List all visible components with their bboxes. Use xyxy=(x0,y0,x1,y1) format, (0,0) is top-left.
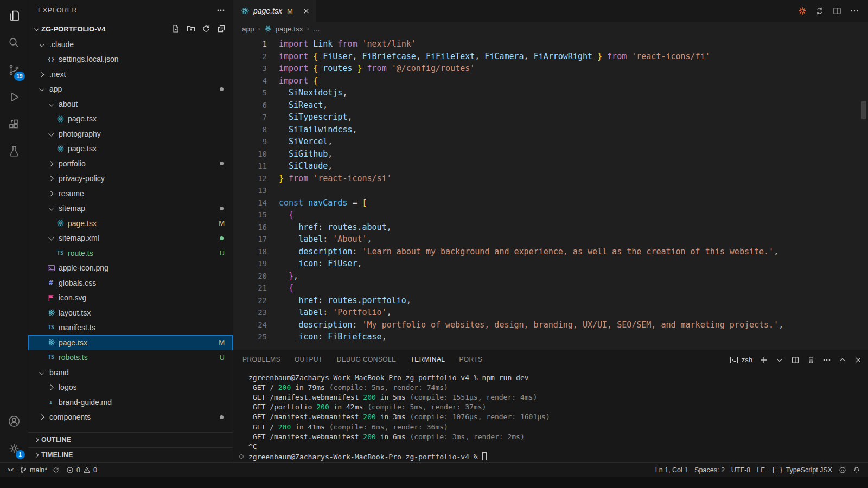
tree-folder-privacy-policy[interactable]: privacy-policy xyxy=(28,171,233,187)
problems-item[interactable]: 0 0 xyxy=(63,463,100,477)
chevron-right-icon xyxy=(46,186,56,201)
line-number: 1 xyxy=(233,40,267,48)
code-editor[interactable]: 1import Link from 'next/link'2import { F… xyxy=(233,36,868,350)
tree-file-settings.local.json[interactable]: {}settings.local.json xyxy=(28,52,233,67)
remote-indicator[interactable]: >< xyxy=(4,463,16,477)
source-control-icon[interactable]: 19 xyxy=(1,56,27,84)
editor-actions xyxy=(797,0,868,22)
terminal-line: zgreenbaum@Zacharys-Work-MacBook-Pro zg-… xyxy=(248,452,868,461)
split-terminal-icon[interactable] xyxy=(791,356,800,364)
panel-tab-ports[interactable]: PORTS xyxy=(459,350,482,369)
bottom-panel: PROBLEMSOUTPUTDEBUG CONSOLETERMINALPORTS… xyxy=(233,350,868,462)
sync-icon xyxy=(52,466,60,474)
tree-folder-.claude[interactable]: .claude xyxy=(28,37,233,52)
tree-folder-.next[interactable]: .next xyxy=(28,67,233,82)
tree-file-manifest.ts[interactable]: TSmanifest.ts xyxy=(28,320,233,336)
breadcrumb-app[interactable]: app xyxy=(242,25,254,33)
more-actions-icon[interactable] xyxy=(822,356,831,364)
sparkle-icon[interactable] xyxy=(797,6,807,16)
extensions-icon[interactable] xyxy=(1,111,27,138)
tree-folder-brand[interactable]: brand xyxy=(28,365,233,380)
tree-folder-photography[interactable]: photography xyxy=(28,126,233,142)
tree-file-page.tsx[interactable]: page.tsxM xyxy=(28,216,233,231)
search-icon[interactable] xyxy=(1,29,27,56)
line-number: 10 xyxy=(233,150,267,158)
cursor-position[interactable]: Ln 1, Col 1 xyxy=(652,466,691,474)
line-number: 2 xyxy=(233,52,267,61)
tree-file-page.tsx[interactable]: page.tsx xyxy=(28,112,233,127)
tree-folder-about[interactable]: about xyxy=(28,97,233,112)
tree-file-robots.ts[interactable]: TSrobots.tsU xyxy=(28,350,233,365)
line-number: 18 xyxy=(233,247,267,256)
refresh-icon[interactable] xyxy=(200,23,212,35)
tree-folder-sitemap.xml[interactable]: sitemap.xml xyxy=(28,231,233,246)
react-file-icon xyxy=(55,114,65,124)
more-actions-icon[interactable] xyxy=(850,6,859,16)
breadcrumb-symbol[interactable]: … xyxy=(313,25,321,33)
chevron-right-icon xyxy=(31,448,41,463)
code-text: description: 'Learn about my background … xyxy=(267,247,778,256)
language-mode[interactable]: { } TypeScript JSX xyxy=(768,466,835,474)
more-actions-icon[interactable] xyxy=(216,6,225,15)
compare-changes-icon[interactable] xyxy=(815,6,825,16)
timeline-section[interactable]: TIMELINE xyxy=(28,447,233,463)
outline-section[interactable]: OUTLINE xyxy=(28,432,233,447)
close-panel-icon[interactable] xyxy=(854,356,863,364)
panel-tab-terminal[interactable]: TERMINAL xyxy=(411,350,445,369)
tree-folder-app[interactable]: app xyxy=(28,82,233,97)
tree-file-icon.svg[interactable]: icon.svg xyxy=(28,291,233,306)
eol-selector[interactable]: LF xyxy=(754,466,768,474)
shell-selector[interactable]: zsh xyxy=(730,356,752,364)
panel-tab-output[interactable]: OUTPUT xyxy=(295,350,323,369)
account-icon[interactable] xyxy=(1,408,27,435)
tree-folder-portfolio[interactable]: portfolio xyxy=(28,156,233,171)
tree-folder-resume[interactable]: resume xyxy=(28,186,233,201)
testing-icon[interactable] xyxy=(1,138,27,165)
new-file-icon[interactable] xyxy=(170,23,182,35)
tree-file-page.tsx[interactable]: page.tsxM xyxy=(28,335,233,350)
json-file-icon: {} xyxy=(46,54,56,64)
chevron-down-icon[interactable] xyxy=(775,356,784,364)
tree-item-label: robots.ts xyxy=(59,353,88,362)
panel-tab-debug-console[interactable]: DEBUG CONSOLE xyxy=(337,350,397,369)
editor-scrollbar[interactable] xyxy=(861,101,866,119)
split-editor-icon[interactable] xyxy=(832,6,842,16)
tree-file-layout.tsx[interactable]: layout.tsx xyxy=(28,305,233,320)
git-status-badge: U xyxy=(220,354,225,362)
tree-file-route.ts[interactable]: TSroute.tsU xyxy=(28,246,233,261)
code-text: { xyxy=(267,210,293,220)
code-text: href: routes.portfolio, xyxy=(267,296,411,305)
panel-tab-problems[interactable]: PROBLEMS xyxy=(242,350,280,369)
tree-file-apple-icon.png[interactable]: apple-icon.png xyxy=(28,261,233,276)
explorer-icon[interactable] xyxy=(1,2,27,29)
tree-folder-logos[interactable]: logos xyxy=(28,380,233,395)
new-folder-icon[interactable] xyxy=(185,23,197,35)
close-icon[interactable] xyxy=(302,7,310,15)
encoding[interactable]: UTF-8 xyxy=(728,466,754,474)
new-terminal-icon[interactable] xyxy=(760,356,768,364)
breadcrumb-file[interactable]: page.tsx xyxy=(276,25,303,33)
trash-icon[interactable] xyxy=(807,356,815,364)
tree-folder-components[interactable]: components xyxy=(28,410,233,425)
tree-item-label: .claude xyxy=(49,40,74,49)
notifications-bell-icon[interactable] xyxy=(850,466,864,474)
settings-gear-icon[interactable]: 1 xyxy=(1,435,27,462)
maximize-panel-icon[interactable] xyxy=(838,356,847,364)
tree-file-brand-guide.md[interactable]: ↓brand-guide.md xyxy=(28,395,233,410)
indentation[interactable]: Spaces: 2 xyxy=(691,466,728,474)
tree-file-globals.css[interactable]: #globals.css xyxy=(28,275,233,291)
copilot-icon[interactable] xyxy=(835,466,850,474)
run-debug-icon[interactable] xyxy=(1,84,27,111)
chevron-down-icon xyxy=(46,201,56,216)
collapse-all-icon[interactable] xyxy=(215,23,227,35)
terminal-content[interactable]: zgreenbaum@Zacharys-Work-MacBook-Pro zg-… xyxy=(233,369,868,462)
tree-item-label: page.tsx xyxy=(68,219,97,228)
git-branch-item[interactable]: main* xyxy=(16,463,63,477)
code-line-5: 5 SiNextdotjs, xyxy=(233,87,868,99)
tree-item-label: manifest.ts xyxy=(59,323,95,332)
project-root[interactable]: ZG-PORTFOLIO-V4 xyxy=(28,21,233,37)
tree-folder-sitemap[interactable]: sitemap xyxy=(28,201,233,216)
tree-file-page.tsx[interactable]: page.tsx xyxy=(28,142,233,157)
tab-page-tsx[interactable]: page.tsx M xyxy=(233,0,316,22)
branch-icon xyxy=(20,466,27,474)
